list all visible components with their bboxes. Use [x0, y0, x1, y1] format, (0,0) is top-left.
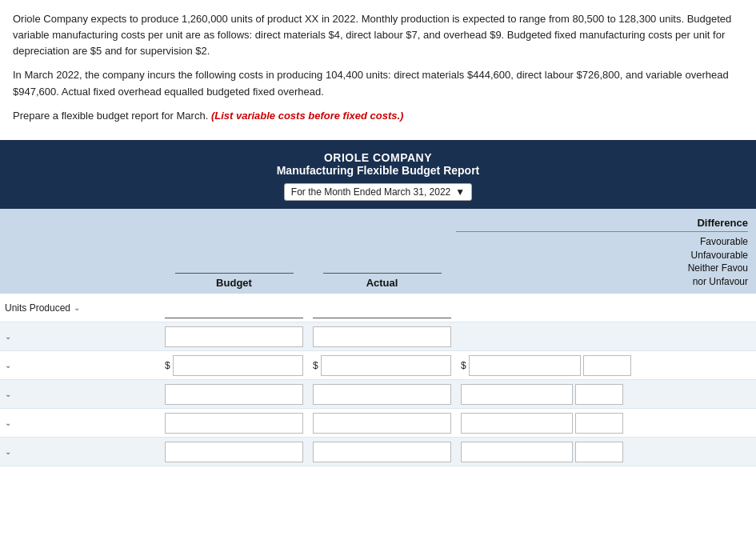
diff-cell — [456, 306, 756, 310]
budget-input-cell — [160, 410, 308, 436]
diff-sub3: Neither Favou — [688, 262, 748, 275]
diff-input[interactable] — [461, 413, 573, 434]
diff-cell — [456, 382, 756, 407]
diff-sub2: Unfavourable — [688, 249, 748, 262]
row-label-cell: ⌄ — [0, 444, 160, 459]
problem-text: Oriole Company expects to produce 1,260,… — [0, 0, 756, 140]
diff-input[interactable] — [461, 384, 573, 405]
difference-column-header: Difference Favourable Unfavourable Neith… — [456, 217, 756, 289]
budget-input-cell — [160, 295, 308, 321]
actual-input-cell — [308, 295, 456, 321]
report-header: ORIOLE COMPANY Manufacturing Flexible Bu… — [0, 140, 756, 209]
report-title: Manufacturing Flexible Budget Report — [8, 164, 748, 177]
table-row: ⌄ — [0, 380, 756, 409]
row-label-cell: ⌄ — [0, 358, 160, 373]
diff-cell: $ — [456, 353, 756, 378]
actual-input[interactable] — [313, 326, 451, 347]
row-label-cell: ⌄ — [0, 386, 160, 402]
actual-input-cell — [308, 382, 456, 407]
diff-input[interactable] — [469, 355, 581, 376]
budget-input-cell — [160, 324, 308, 350]
actual-input-cell: $ — [308, 353, 456, 378]
table-row: ⌄ — [0, 409, 756, 438]
diff-sub4: nor Unfavour — [688, 275, 748, 289]
actual-input[interactable] — [313, 442, 451, 462]
budget-input[interactable] — [165, 298, 303, 318]
date-selector[interactable]: For the Month Ended March 31, 2022 ▼ — [284, 183, 472, 201]
budget-input-cell: $ — [160, 353, 308, 378]
company-name: ORIOLE COMPANY — [8, 151, 748, 164]
diff-type-input[interactable] — [575, 384, 623, 405]
actual-label: Actual — [366, 277, 398, 289]
instruction-text: Prepare a flexible budget report for Mar… — [13, 110, 208, 122]
diff-cell — [456, 439, 756, 465]
table-row: ⌄ — [0, 322, 756, 351]
chevron-down-icon[interactable]: ⌄ — [5, 390, 11, 398]
budget-input[interactable] — [165, 413, 303, 434]
diff-cell — [456, 410, 756, 436]
table-row: ⌄ — [0, 438, 756, 466]
diff-cell — [456, 334, 756, 339]
chevron-down-icon[interactable]: ⌄ — [5, 361, 11, 370]
actual-input[interactable] — [313, 384, 451, 405]
paragraph1: Oriole Company expects to produce 1,260,… — [13, 11, 743, 59]
diff-dollar-sign: $ — [461, 360, 466, 371]
actual-dollar-sign: $ — [313, 360, 318, 371]
diff-type-input[interactable] — [575, 442, 623, 462]
actual-input[interactable] — [313, 298, 451, 318]
row-label-cell: ⌄ — [0, 329, 160, 344]
diff-input[interactable] — [461, 442, 573, 462]
diff-sub1: Favourable — [688, 235, 748, 249]
chevron-down-icon[interactable]: ⌄ — [5, 332, 11, 341]
actual-input-cell — [308, 410, 456, 436]
date-label: For the Month Ended March 31, 2022 — [291, 186, 450, 198]
column-headers: Budget Actual Difference Favourable Unfa… — [0, 209, 756, 294]
budget-input[interactable] — [165, 326, 303, 347]
budget-input[interactable] — [165, 384, 303, 405]
actual-input[interactable] — [313, 413, 451, 434]
actual-input[interactable] — [321, 355, 451, 376]
budget-input[interactable] — [165, 442, 303, 462]
diff-type-input[interactable] — [583, 355, 631, 376]
budget-input-cell — [160, 439, 308, 465]
actual-input-cell — [308, 439, 456, 465]
budget-label: Budget — [216, 277, 252, 289]
actual-input-cell — [308, 324, 456, 350]
difference-title: Difference — [456, 217, 748, 232]
instruction: Prepare a flexible budget report for Mar… — [13, 108, 743, 124]
row-label-cell: Units Produced ⌄ — [0, 299, 160, 317]
chevron-down-icon[interactable]: ⌄ — [74, 303, 80, 312]
budget-input-cell — [160, 382, 308, 407]
table-row: ⌄ $ $ $ — [0, 351, 756, 380]
chevron-down-icon[interactable]: ⌄ — [5, 418, 11, 427]
report-container: ORIOLE COMPANY Manufacturing Flexible Bu… — [0, 140, 756, 466]
paragraph2: In March 2022, the company incurs the fo… — [13, 67, 743, 99]
chevron-down-icon[interactable]: ⌄ — [5, 447, 11, 456]
row-label-cell: ⌄ — [0, 415, 160, 430]
instruction-emphasis: (List variable costs before fixed costs.… — [211, 110, 404, 122]
budget-column-header: Budget — [160, 273, 308, 289]
actual-column-header: Actual — [308, 273, 456, 289]
budget-dollar-sign: $ — [165, 360, 170, 371]
diff-type-input[interactable] — [575, 413, 623, 434]
table-row: Units Produced ⌄ — [0, 294, 756, 322]
chevron-down-icon: ▼ — [455, 186, 465, 198]
data-rows: Units Produced ⌄ ⌄ — [0, 294, 756, 466]
row-label: Units Produced — [5, 302, 70, 314]
budget-input[interactable] — [173, 355, 303, 376]
